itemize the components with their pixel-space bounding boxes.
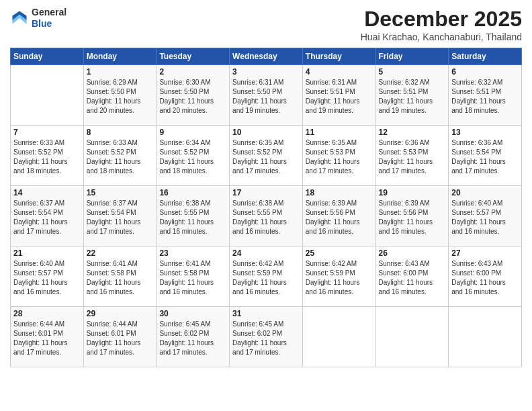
day-number: 30	[159, 309, 226, 318]
week-row-3: 14Sunrise: 6:37 AM Sunset: 5:54 PM Dayli…	[11, 186, 522, 246]
day-number: 14	[13, 188, 81, 197]
day-cell: 28Sunrise: 6:44 AM Sunset: 6:01 PM Dayli…	[11, 307, 84, 367]
day-cell: 7Sunrise: 6:33 AM Sunset: 5:52 PM Daylig…	[11, 126, 84, 186]
day-info: Sunrise: 6:38 AM Sunset: 5:55 PM Dayligh…	[232, 199, 300, 236]
day-cell	[11, 65, 84, 126]
day-number: 25	[306, 248, 373, 258]
week-row-5: 28Sunrise: 6:44 AM Sunset: 6:01 PM Dayli…	[11, 307, 522, 367]
day-number: 28	[13, 309, 81, 318]
day-info: Sunrise: 6:35 AM Sunset: 5:53 PM Dayligh…	[306, 138, 373, 176]
day-cell: 23Sunrise: 6:41 AM Sunset: 5:58 PM Dayli…	[157, 246, 230, 307]
day-info: Sunrise: 6:43 AM Sunset: 6:00 PM Dayligh…	[451, 259, 519, 297]
day-number: 26	[379, 248, 446, 258]
day-cell: 8Sunrise: 6:33 AM Sunset: 5:52 PM Daylig…	[83, 126, 157, 186]
week-row-1: 1Sunrise: 6:29 AM Sunset: 5:50 PM Daylig…	[11, 65, 522, 126]
logo-general: General	[32, 7, 66, 18]
day-info: Sunrise: 6:36 AM Sunset: 5:54 PM Dayligh…	[451, 138, 519, 176]
day-number: 29	[87, 309, 154, 318]
day-cell: 15Sunrise: 6:37 AM Sunset: 5:54 PM Dayli…	[83, 186, 157, 246]
day-number: 12	[379, 128, 446, 137]
week-row-4: 21Sunrise: 6:40 AM Sunset: 5:57 PM Dayli…	[11, 246, 522, 307]
day-number: 31	[232, 309, 300, 318]
day-number: 11	[306, 128, 373, 137]
day-number: 9	[159, 128, 226, 137]
header-cell-tuesday: Tuesday	[157, 48, 230, 65]
day-number: 5	[379, 67, 446, 77]
day-number: 23	[159, 248, 226, 258]
day-cell: 4Sunrise: 6:31 AM Sunset: 5:51 PM Daylig…	[302, 65, 375, 126]
location: Huai Krachao, Kanchanaburi, Thailand	[361, 32, 522, 42]
day-number: 15	[87, 188, 154, 197]
day-info: Sunrise: 6:38 AM Sunset: 5:55 PM Dayligh…	[159, 199, 226, 236]
day-info: Sunrise: 6:39 AM Sunset: 5:56 PM Dayligh…	[379, 199, 446, 236]
day-number: 21	[13, 248, 81, 258]
logo-blue: Blue	[32, 18, 66, 30]
week-row-2: 7Sunrise: 6:33 AM Sunset: 5:52 PM Daylig…	[11, 126, 522, 186]
day-cell: 24Sunrise: 6:42 AM Sunset: 5:59 PM Dayli…	[230, 246, 303, 307]
day-info: Sunrise: 6:31 AM Sunset: 5:51 PM Dayligh…	[306, 78, 373, 116]
day-cell: 14Sunrise: 6:37 AM Sunset: 5:54 PM Dayli…	[11, 186, 84, 246]
header-cell-thursday: Thursday	[302, 48, 375, 65]
day-info: Sunrise: 6:36 AM Sunset: 5:53 PM Dayligh…	[379, 138, 446, 176]
day-info: Sunrise: 6:45 AM Sunset: 6:02 PM Dayligh…	[159, 320, 226, 357]
day-number: 10	[232, 128, 300, 137]
day-number: 16	[159, 188, 226, 197]
day-number: 19	[379, 188, 446, 197]
day-info: Sunrise: 6:44 AM Sunset: 6:01 PM Dayligh…	[13, 320, 81, 357]
day-number: 27	[451, 248, 519, 258]
day-cell: 31Sunrise: 6:45 AM Sunset: 6:02 PM Dayli…	[230, 307, 303, 367]
day-info: Sunrise: 6:37 AM Sunset: 5:54 PM Dayligh…	[13, 199, 81, 236]
day-cell: 25Sunrise: 6:42 AM Sunset: 5:59 PM Dayli…	[302, 246, 375, 307]
day-number: 24	[232, 248, 300, 258]
day-number: 8	[87, 128, 154, 137]
day-cell: 16Sunrise: 6:38 AM Sunset: 5:55 PM Dayli…	[157, 186, 230, 246]
day-cell: 3Sunrise: 6:31 AM Sunset: 5:50 PM Daylig…	[230, 65, 303, 126]
day-cell: 6Sunrise: 6:32 AM Sunset: 5:51 PM Daylig…	[449, 65, 522, 126]
day-number: 4	[306, 67, 373, 77]
day-info: Sunrise: 6:32 AM Sunset: 5:51 PM Dayligh…	[451, 78, 519, 116]
header-cell-saturday: Saturday	[449, 48, 522, 65]
day-info: Sunrise: 6:31 AM Sunset: 5:50 PM Dayligh…	[232, 78, 300, 116]
page-header: General Blue December 2025 Huai Krachao,…	[10, 7, 522, 42]
header-cell-monday: Monday	[83, 48, 157, 65]
logo-text: General Blue	[32, 7, 66, 30]
day-cell: 26Sunrise: 6:43 AM Sunset: 6:00 PM Dayli…	[375, 246, 449, 307]
day-number: 3	[232, 67, 300, 77]
day-cell: 11Sunrise: 6:35 AM Sunset: 5:53 PM Dayli…	[302, 126, 375, 186]
day-cell: 30Sunrise: 6:45 AM Sunset: 6:02 PM Dayli…	[157, 307, 230, 367]
day-info: Sunrise: 6:41 AM Sunset: 5:58 PM Dayligh…	[87, 259, 154, 297]
day-info: Sunrise: 6:35 AM Sunset: 5:52 PM Dayligh…	[232, 138, 300, 176]
day-number: 18	[306, 188, 373, 197]
day-info: Sunrise: 6:41 AM Sunset: 5:58 PM Dayligh…	[159, 259, 226, 297]
day-cell: 17Sunrise: 6:38 AM Sunset: 5:55 PM Dayli…	[230, 186, 303, 246]
day-info: Sunrise: 6:33 AM Sunset: 5:52 PM Dayligh…	[87, 138, 154, 176]
day-cell: 2Sunrise: 6:30 AM Sunset: 5:50 PM Daylig…	[157, 65, 230, 126]
day-info: Sunrise: 6:37 AM Sunset: 5:54 PM Dayligh…	[87, 199, 154, 236]
day-cell: 13Sunrise: 6:36 AM Sunset: 5:54 PM Dayli…	[449, 126, 522, 186]
day-cell: 21Sunrise: 6:40 AM Sunset: 5:57 PM Dayli…	[11, 246, 84, 307]
day-cell: 9Sunrise: 6:34 AM Sunset: 5:52 PM Daylig…	[157, 126, 230, 186]
logo-icon	[10, 9, 29, 28]
day-cell: 1Sunrise: 6:29 AM Sunset: 5:50 PM Daylig…	[83, 65, 157, 126]
header-cell-sunday: Sunday	[11, 48, 84, 65]
logo: General Blue	[10, 7, 66, 30]
day-cell: 27Sunrise: 6:43 AM Sunset: 6:00 PM Dayli…	[449, 246, 522, 307]
day-info: Sunrise: 6:33 AM Sunset: 5:52 PM Dayligh…	[13, 138, 81, 176]
day-cell: 18Sunrise: 6:39 AM Sunset: 5:56 PM Dayli…	[302, 186, 375, 246]
day-info: Sunrise: 6:43 AM Sunset: 6:00 PM Dayligh…	[379, 259, 446, 297]
day-info: Sunrise: 6:42 AM Sunset: 5:59 PM Dayligh…	[306, 259, 373, 297]
day-info: Sunrise: 6:45 AM Sunset: 6:02 PM Dayligh…	[232, 320, 300, 357]
day-info: Sunrise: 6:30 AM Sunset: 5:50 PM Dayligh…	[159, 78, 226, 116]
calendar-table: SundayMondayTuesdayWednesdayThursdayFrid…	[10, 48, 522, 367]
header-cell-wednesday: Wednesday	[230, 48, 303, 65]
day-number: 2	[159, 67, 226, 77]
month-title: December 2025	[361, 7, 522, 32]
day-info: Sunrise: 6:42 AM Sunset: 5:59 PM Dayligh…	[232, 259, 300, 297]
day-info: Sunrise: 6:39 AM Sunset: 5:56 PM Dayligh…	[306, 199, 373, 236]
header-row: SundayMondayTuesdayWednesdayThursdayFrid…	[11, 48, 522, 65]
day-cell: 12Sunrise: 6:36 AM Sunset: 5:53 PM Dayli…	[375, 126, 449, 186]
title-block: December 2025 Huai Krachao, Kanchanaburi…	[361, 7, 522, 42]
day-cell: 10Sunrise: 6:35 AM Sunset: 5:52 PM Dayli…	[230, 126, 303, 186]
day-info: Sunrise: 6:40 AM Sunset: 5:57 PM Dayligh…	[13, 259, 81, 297]
day-cell: 22Sunrise: 6:41 AM Sunset: 5:58 PM Dayli…	[83, 246, 157, 307]
